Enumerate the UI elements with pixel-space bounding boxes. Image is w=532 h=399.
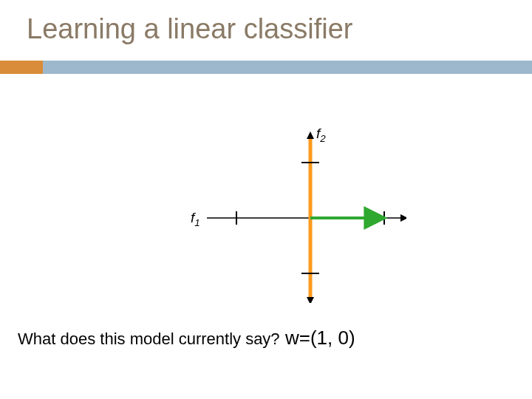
slide: Learning a linear classifier f2 f1 What …	[0, 0, 532, 399]
accent-bar	[0, 61, 532, 74]
accent-orange-segment	[0, 61, 43, 74]
axes-diagram	[185, 111, 406, 303]
page-title: Learning a linear classifier	[27, 13, 352, 45]
weight-vector-label: w=(1, 0)	[285, 327, 355, 349]
accent-blue-segment	[43, 61, 532, 74]
question-text: What does this model currently say?	[18, 330, 280, 349]
